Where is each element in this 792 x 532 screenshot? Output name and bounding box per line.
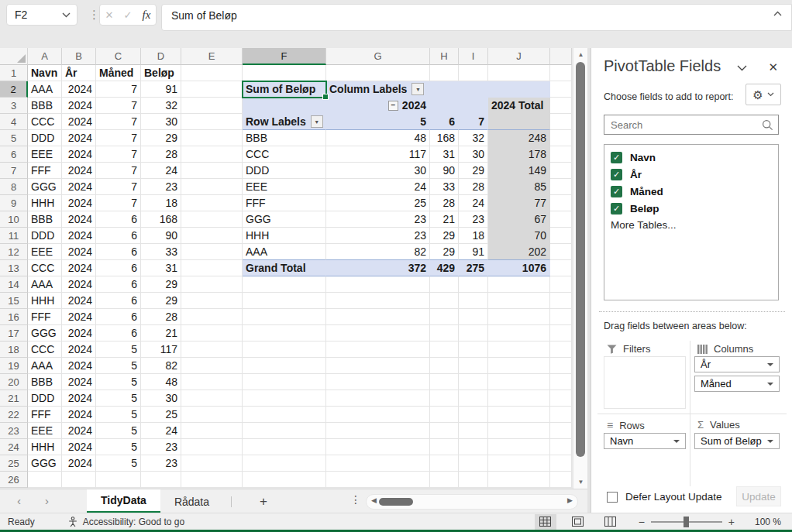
row-header-25[interactable]: 25: [0, 455, 28, 472]
cell-overflow-26[interactable]: [550, 472, 572, 488]
columns-drop-zone[interactable]: ÅrMåned: [694, 356, 780, 409]
cell-H10[interactable]: 21: [430, 211, 459, 228]
cell-B7[interactable]: 2024: [62, 163, 96, 179]
cell-H17[interactable]: [430, 325, 459, 342]
cell-D3[interactable]: 32: [141, 98, 181, 114]
cell-C15[interactable]: 6: [96, 293, 141, 309]
cell-A6[interactable]: EEE: [28, 146, 62, 163]
cell-C1[interactable]: Måned: [96, 65, 141, 81]
cell-C13[interactable]: 6: [96, 260, 141, 276]
cell-C7[interactable]: 7: [96, 163, 141, 179]
cell-C18[interactable]: 5: [96, 342, 141, 358]
cell-overflow-12[interactable]: [550, 244, 572, 260]
cell-E4[interactable]: [181, 114, 243, 130]
more-tables-link[interactable]: More Tables...: [611, 219, 778, 231]
scroll-down-icon[interactable]: ▼: [573, 475, 588, 488]
cell-I18[interactable]: [459, 342, 488, 358]
row-labels-filter-button[interactable]: ▼: [311, 115, 323, 128]
cell-F1[interactable]: [243, 65, 326, 81]
cell-B25[interactable]: 2024: [62, 455, 96, 472]
cell-A1[interactable]: Navn: [28, 65, 62, 81]
cell-C23[interactable]: 5: [96, 423, 141, 439]
cell-H18[interactable]: [430, 342, 459, 358]
cell-G12[interactable]: 82: [326, 244, 430, 260]
cell-F14[interactable]: [243, 276, 326, 293]
cell-H1[interactable]: [430, 65, 459, 81]
cell-E20[interactable]: [181, 374, 243, 390]
cell-J10[interactable]: 67: [488, 211, 550, 228]
row-header-2[interactable]: 2: [0, 81, 28, 98]
name-box[interactable]: F2: [6, 4, 77, 26]
cell-G13[interactable]: 372: [326, 260, 430, 276]
cell-J21[interactable]: [488, 390, 550, 407]
cell-D11[interactable]: 90: [141, 228, 181, 244]
add-sheet-button[interactable]: +: [260, 489, 267, 513]
cell-E21[interactable]: [181, 390, 243, 407]
normal-view-button[interactable]: [535, 514, 556, 530]
cell-I25[interactable]: [459, 455, 488, 472]
cell-overflow-6[interactable]: [550, 146, 572, 163]
cell-B1[interactable]: År: [62, 65, 96, 81]
cell-B19[interactable]: 2024: [62, 358, 96, 374]
cell-C11[interactable]: 6: [96, 228, 141, 244]
prev-sheet-icon[interactable]: ‹: [17, 494, 21, 507]
zoom-slider-thumb[interactable]: [684, 517, 689, 527]
panel-close-icon[interactable]: ✕: [768, 60, 778, 74]
cell-A24[interactable]: HHH: [28, 439, 62, 455]
cell-A10[interactable]: BBB: [28, 211, 62, 228]
checkbox-checked-icon[interactable]: ✓: [611, 152, 622, 163]
cell-D10[interactable]: 168: [141, 211, 181, 228]
cell-B8[interactable]: 2024: [62, 179, 96, 195]
cell-B12[interactable]: 2024: [62, 244, 96, 260]
cell-C19[interactable]: 5: [96, 358, 141, 374]
cell-B13[interactable]: 2024: [62, 260, 96, 276]
cell-B2[interactable]: 2024: [62, 81, 96, 98]
cell-I5[interactable]: 32: [459, 130, 488, 146]
cell-G22[interactable]: [326, 407, 430, 423]
zoom-out-icon[interactable]: −: [632, 516, 651, 528]
cell-E1[interactable]: [181, 65, 243, 81]
values-drop-zone[interactable]: Sum of Beløp: [694, 433, 780, 484]
cell-J13[interactable]: 1076: [488, 260, 550, 276]
cell-I12[interactable]: 91: [459, 244, 488, 260]
cell-G4[interactable]: 5: [326, 114, 430, 130]
cell-overflow-18[interactable]: [550, 342, 572, 358]
row-header-11[interactable]: 11: [0, 228, 28, 244]
cell-B10[interactable]: 2024: [62, 211, 96, 228]
cell-B9[interactable]: 2024: [62, 195, 96, 211]
cell-A19[interactable]: AAA: [28, 358, 62, 374]
cell-F21[interactable]: [243, 390, 326, 407]
cell-A25[interactable]: GGG: [28, 455, 62, 472]
cell-J8[interactable]: 85: [488, 179, 550, 195]
checkbox-checked-icon[interactable]: ✓: [611, 203, 622, 215]
row-header-21[interactable]: 21: [0, 390, 28, 407]
cell-C14[interactable]: 6: [96, 276, 141, 293]
cell-B16[interactable]: 2024: [62, 309, 96, 325]
cell-G11[interactable]: 23: [326, 228, 430, 244]
formula-bar-collapse-icon[interactable]: [773, 11, 782, 16]
cell-J23[interactable]: [488, 423, 550, 439]
zoom-level[interactable]: 100 %: [741, 517, 781, 527]
cell-I7[interactable]: 29: [459, 163, 488, 179]
row-header-17[interactable]: 17: [0, 325, 28, 342]
cell-I10[interactable]: 23: [459, 211, 488, 228]
cell-G9[interactable]: 25: [326, 195, 430, 211]
cell-C21[interactable]: 5: [96, 390, 141, 407]
cell-E12[interactable]: [181, 244, 243, 260]
cell-B5[interactable]: 2024: [62, 130, 96, 146]
cell-D8[interactable]: 23: [141, 179, 181, 195]
cell-C8[interactable]: 7: [96, 179, 141, 195]
cell-B11[interactable]: 2024: [62, 228, 96, 244]
panel-options-chevron-icon[interactable]: [737, 65, 747, 71]
cell-A17[interactable]: GGG: [28, 325, 62, 342]
cell-J17[interactable]: [488, 325, 550, 342]
vertical-scrollbar-thumb[interactable]: [576, 62, 585, 457]
cell-H24[interactable]: [430, 439, 459, 455]
row-header-16[interactable]: 16: [0, 309, 28, 325]
cell-E13[interactable]: [181, 260, 243, 276]
cell-E26[interactable]: [181, 472, 243, 488]
cell-D13[interactable]: 31: [141, 260, 181, 276]
cell-D19[interactable]: 82: [141, 358, 181, 374]
cell-C5[interactable]: 7: [96, 130, 141, 146]
cell-J14[interactable]: [488, 276, 550, 293]
